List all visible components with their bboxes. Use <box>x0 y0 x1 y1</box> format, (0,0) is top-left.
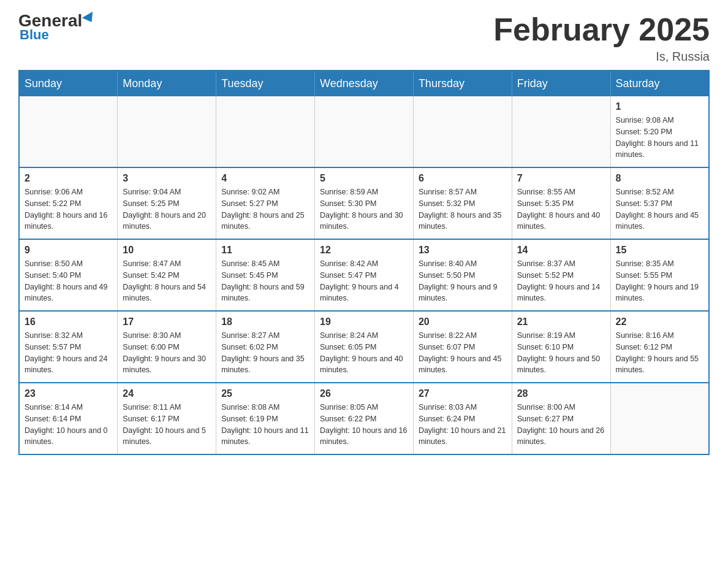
day-info: Sunrise: 8:03 AM Sunset: 6:24 PM Dayligh… <box>419 402 507 448</box>
day-cell: 8Sunrise: 8:52 AM Sunset: 5:37 PM Daylig… <box>610 167 709 239</box>
day-info: Sunrise: 8:16 AM Sunset: 6:12 PM Dayligh… <box>616 330 703 376</box>
day-info: Sunrise: 9:02 AM Sunset: 5:27 PM Dayligh… <box>221 186 309 232</box>
day-number: 6 <box>419 173 507 184</box>
day-info: Sunrise: 8:05 AM Sunset: 6:22 PM Dayligh… <box>320 402 408 448</box>
weekday-header-row: SundayMondayTuesdayWednesdayThursdayFrid… <box>19 71 709 96</box>
day-cell: 25Sunrise: 8:08 AM Sunset: 6:19 PM Dayli… <box>216 383 315 454</box>
day-cell: 27Sunrise: 8:03 AM Sunset: 6:24 PM Dayli… <box>413 383 512 454</box>
day-cell <box>118 96 216 167</box>
day-info: Sunrise: 8:52 AM Sunset: 5:37 PM Dayligh… <box>616 186 703 232</box>
calendar: SundayMondayTuesdayWednesdayThursdayFrid… <box>18 70 710 455</box>
day-cell: 9Sunrise: 8:50 AM Sunset: 5:40 PM Daylig… <box>19 239 118 311</box>
day-info: Sunrise: 8:50 AM Sunset: 5:40 PM Dayligh… <box>25 258 112 304</box>
day-info: Sunrise: 8:27 AM Sunset: 6:02 PM Dayligh… <box>221 330 309 376</box>
day-cell: 12Sunrise: 8:42 AM Sunset: 5:47 PM Dayli… <box>315 239 414 311</box>
week-row-4: 16Sunrise: 8:32 AM Sunset: 5:57 PM Dayli… <box>19 311 709 383</box>
week-row-1: 1Sunrise: 9:08 AM Sunset: 5:20 PM Daylig… <box>19 96 709 167</box>
day-number: 15 <box>616 245 703 256</box>
day-cell: 3Sunrise: 9:04 AM Sunset: 5:25 PM Daylig… <box>118 167 216 239</box>
day-number: 24 <box>123 388 211 399</box>
day-cell: 14Sunrise: 8:37 AM Sunset: 5:52 PM Dayli… <box>512 239 610 311</box>
month-title: February 2025 <box>493 12 710 47</box>
weekday-header-friday: Friday <box>512 71 610 96</box>
day-number: 16 <box>25 316 112 327</box>
weekday-header-saturday: Saturday <box>610 71 709 96</box>
day-cell: 10Sunrise: 8:47 AM Sunset: 5:42 PM Dayli… <box>118 239 216 311</box>
day-info: Sunrise: 8:00 AM Sunset: 6:27 PM Dayligh… <box>517 402 605 448</box>
day-cell <box>19 96 118 167</box>
day-number: 13 <box>419 245 507 256</box>
day-cell: 13Sunrise: 8:40 AM Sunset: 5:50 PM Dayli… <box>413 239 512 311</box>
week-row-2: 2Sunrise: 9:06 AM Sunset: 5:22 PM Daylig… <box>19 167 709 239</box>
day-cell <box>216 96 315 167</box>
day-number: 27 <box>419 388 507 399</box>
day-info: Sunrise: 8:19 AM Sunset: 6:10 PM Dayligh… <box>517 330 605 376</box>
day-cell: 22Sunrise: 8:16 AM Sunset: 6:12 PM Dayli… <box>610 311 709 383</box>
day-info: Sunrise: 9:04 AM Sunset: 5:25 PM Dayligh… <box>123 186 211 232</box>
day-cell: 26Sunrise: 8:05 AM Sunset: 6:22 PM Dayli… <box>315 383 414 454</box>
logo: General Blue <box>18 12 96 43</box>
day-number: 5 <box>320 173 408 184</box>
day-number: 22 <box>616 316 703 327</box>
day-number: 25 <box>221 388 309 399</box>
weekday-header-tuesday: Tuesday <box>216 71 315 96</box>
day-info: Sunrise: 8:59 AM Sunset: 5:30 PM Dayligh… <box>320 186 408 232</box>
day-info: Sunrise: 8:37 AM Sunset: 5:52 PM Dayligh… <box>517 258 605 304</box>
day-number: 23 <box>25 388 112 399</box>
day-cell: 28Sunrise: 8:00 AM Sunset: 6:27 PM Dayli… <box>512 383 610 454</box>
day-cell: 7Sunrise: 8:55 AM Sunset: 5:35 PM Daylig… <box>512 167 610 239</box>
day-info: Sunrise: 8:42 AM Sunset: 5:47 PM Dayligh… <box>320 258 408 304</box>
day-info: Sunrise: 8:22 AM Sunset: 6:07 PM Dayligh… <box>419 330 507 376</box>
day-number: 28 <box>517 388 605 399</box>
day-cell: 19Sunrise: 8:24 AM Sunset: 6:05 PM Dayli… <box>315 311 414 383</box>
day-number: 20 <box>419 316 507 327</box>
day-cell: 20Sunrise: 8:22 AM Sunset: 6:07 PM Dayli… <box>413 311 512 383</box>
day-cell: 4Sunrise: 9:02 AM Sunset: 5:27 PM Daylig… <box>216 167 315 239</box>
weekday-header-wednesday: Wednesday <box>315 71 414 96</box>
day-cell: 17Sunrise: 8:30 AM Sunset: 6:00 PM Dayli… <box>118 311 216 383</box>
day-info: Sunrise: 8:45 AM Sunset: 5:45 PM Dayligh… <box>221 258 309 304</box>
day-info: Sunrise: 8:55 AM Sunset: 5:35 PM Dayligh… <box>517 186 605 232</box>
week-row-3: 9Sunrise: 8:50 AM Sunset: 5:40 PM Daylig… <box>19 239 709 311</box>
day-cell: 5Sunrise: 8:59 AM Sunset: 5:30 PM Daylig… <box>315 167 414 239</box>
day-cell: 11Sunrise: 8:45 AM Sunset: 5:45 PM Dayli… <box>216 239 315 311</box>
weekday-header-thursday: Thursday <box>413 71 512 96</box>
day-number: 3 <box>123 173 211 184</box>
day-number: 2 <box>25 173 112 184</box>
day-cell: 23Sunrise: 8:14 AM Sunset: 6:14 PM Dayli… <box>19 383 118 454</box>
day-number: 14 <box>517 245 605 256</box>
day-info: Sunrise: 8:35 AM Sunset: 5:55 PM Dayligh… <box>616 258 703 304</box>
weekday-header-sunday: Sunday <box>19 71 118 96</box>
day-cell: 1Sunrise: 9:08 AM Sunset: 5:20 PM Daylig… <box>610 96 709 167</box>
day-number: 12 <box>320 245 408 256</box>
day-cell: 2Sunrise: 9:06 AM Sunset: 5:22 PM Daylig… <box>19 167 118 239</box>
day-number: 7 <box>517 173 605 184</box>
day-number: 18 <box>221 316 309 327</box>
day-info: Sunrise: 8:30 AM Sunset: 6:00 PM Dayligh… <box>123 330 211 376</box>
day-info: Sunrise: 8:47 AM Sunset: 5:42 PM Dayligh… <box>123 258 211 304</box>
day-cell: 6Sunrise: 8:57 AM Sunset: 5:32 PM Daylig… <box>413 167 512 239</box>
day-number: 26 <box>320 388 408 399</box>
logo-triangle-icon <box>82 12 97 25</box>
location: Is, Russia <box>493 50 710 64</box>
day-number: 21 <box>517 316 605 327</box>
day-number: 9 <box>25 245 112 256</box>
logo-blue: Blue <box>20 27 49 43</box>
day-cell: 16Sunrise: 8:32 AM Sunset: 5:57 PM Dayli… <box>19 311 118 383</box>
day-number: 8 <box>616 173 703 184</box>
day-cell: 24Sunrise: 8:11 AM Sunset: 6:17 PM Dayli… <box>118 383 216 454</box>
day-number: 11 <box>221 245 309 256</box>
day-cell <box>315 96 414 167</box>
title-area: February 2025 Is, Russia <box>493 12 710 64</box>
day-number: 1 <box>616 101 703 112</box>
day-cell: 15Sunrise: 8:35 AM Sunset: 5:55 PM Dayli… <box>610 239 709 311</box>
week-row-5: 23Sunrise: 8:14 AM Sunset: 6:14 PM Dayli… <box>19 383 709 454</box>
day-cell: 18Sunrise: 8:27 AM Sunset: 6:02 PM Dayli… <box>216 311 315 383</box>
day-info: Sunrise: 8:57 AM Sunset: 5:32 PM Dayligh… <box>419 186 507 232</box>
day-cell: 21Sunrise: 8:19 AM Sunset: 6:10 PM Dayli… <box>512 311 610 383</box>
day-number: 17 <box>123 316 211 327</box>
day-cell <box>512 96 610 167</box>
day-info: Sunrise: 9:06 AM Sunset: 5:22 PM Dayligh… <box>25 186 112 232</box>
day-info: Sunrise: 9:08 AM Sunset: 5:20 PM Dayligh… <box>616 115 703 161</box>
day-info: Sunrise: 8:32 AM Sunset: 5:57 PM Dayligh… <box>25 330 112 376</box>
